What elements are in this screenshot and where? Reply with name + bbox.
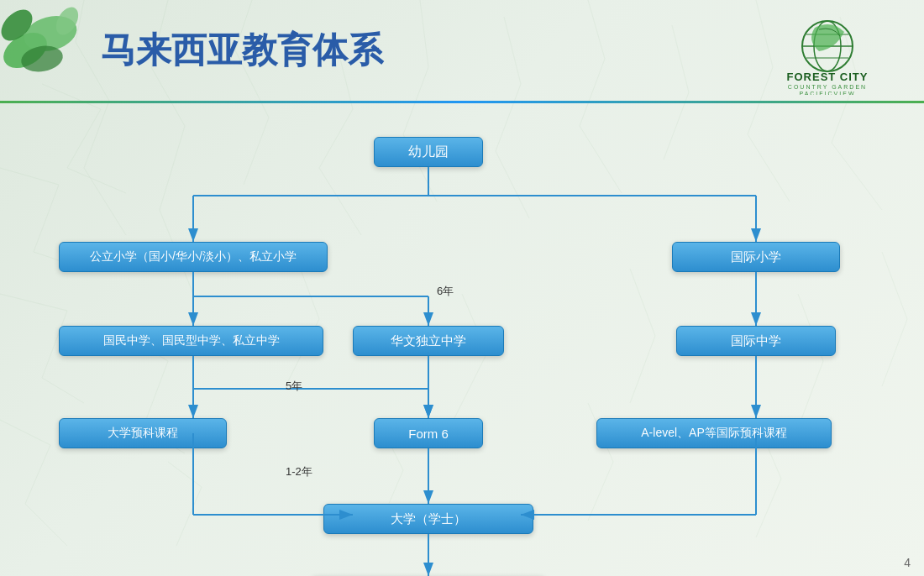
page-number: 4 — [904, 556, 911, 569]
logo-sub2: PACIFICVIEW — [800, 91, 856, 95]
logo-name: FOREST CITY — [787, 71, 869, 83]
header-divider — [0, 101, 924, 103]
connectors-svg — [25, 112, 899, 568]
logo-area: FOREST CITY COUNTRY GARDEN PACIFICVIEW — [748, 7, 907, 99]
logo-svg: FOREST CITY COUNTRY GARDEN PACIFICVIEW — [756, 11, 899, 95]
leaf-decoration — [0, 0, 101, 84]
header: 马来西亚教育体系 FOREST CITY COUNTRY GARDEN PACI… — [0, 0, 924, 101]
logo-sub1: COUNTRY GARDEN — [788, 84, 867, 90]
main-content: 幼儿园 公立小学（国小/华小/淡小）、私立小学 国际小学 6年 国民中学、国民型… — [0, 103, 924, 576]
label-1-2years: 1-2年 — [286, 464, 312, 479]
flowchart: 幼儿园 公立小学（国小/华小/淡小）、私立小学 国际小学 6年 国民中学、国民型… — [25, 112, 899, 568]
label-5years: 5年 — [286, 379, 302, 394]
page-title: 马来西亚教育体系 — [101, 27, 383, 74]
label-6years: 6年 — [437, 284, 454, 299]
